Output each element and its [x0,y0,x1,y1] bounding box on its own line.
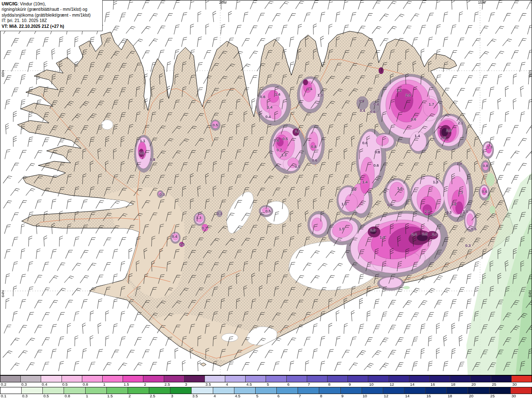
scale-label: 12 [389,382,394,387]
scale-label: 0.8 [82,382,88,387]
scale-cell [409,376,430,382]
model-name: UWC/IG [2,2,17,6]
scale-label: 0.2 [0,382,6,387]
scale-label: 3.5 [192,394,198,398]
scale-cell [107,387,128,394]
scale-label: 30 [512,382,517,387]
scale-cell [341,387,362,394]
title-rest: : Vindur (10m), [17,2,46,6]
valid-time-line: VT: Mið. 22.10.2025 21Z (+27 h) [2,24,100,29]
scale-label: 0.8 [64,394,70,398]
scale-label: 20 [468,394,473,398]
scale-cell [164,376,185,382]
scale-label: 2.5 [164,382,170,387]
scale-label: 9 [340,394,343,398]
scale-cell [128,387,149,394]
scale-label: 4 [213,394,216,398]
scale-label: 5 [266,382,269,387]
scale-label: 14 [409,382,415,387]
scale-label: 4.5 [246,382,252,387]
scale-label: 0.3 [21,394,27,398]
vt-value: Mið. 22.10.2025 21Z (+27 h) [9,24,64,29]
scale-label: 8 [319,394,322,398]
weather-map-canvas: 0.61.41.40.41.41.31.22.01.70.40.40.40.60… [0,0,532,375]
scale-cell [266,376,286,382]
scale-cell [404,387,426,394]
scale-label: 16 [426,394,431,398]
scale-label: 10 [368,382,374,387]
scale-cell [21,376,41,382]
scale-row-slydda-snjokoma: 0.20.30.40.50.811.522.533.544.5567891012… [0,375,532,387]
scale-label: 1.5 [106,394,113,398]
scale-label: 4.5 [234,394,240,398]
scale-label: 0.3 [20,382,27,387]
scale-labels: 0.10.30.50.811.522.533.544.5567891012141… [0,394,532,399]
scale-label: 16 [430,382,435,387]
vt-label: VT: [2,24,8,29]
scale-cell [192,387,213,394]
scale-cell [86,387,107,394]
scale-cell [234,387,256,394]
latitude-label: 64N [1,290,5,297]
scale-label: 12 [383,394,389,398]
latitude-label: 66N [528,70,532,77]
scale-cell [22,387,43,394]
scale-cell [82,376,103,382]
scale-cell [511,387,532,394]
scale-cell [430,376,450,382]
scale-label: 4 [225,382,228,387]
scale-label: 3.5 [204,382,211,387]
scale-label: 2 [128,394,131,398]
longitude-label: 15W [478,0,486,5]
scale-cell [103,376,123,382]
scale-cell [205,376,225,382]
scale-label: 1 [85,394,88,398]
scale-cell [348,376,368,382]
scale-cell [62,376,82,382]
title-line-3: slydda/snjókoma (grátt/bleikt/grænt - mm… [2,12,100,18]
scale-cell [490,387,511,394]
scale-label: 30 [511,394,516,398]
scale-bar [0,375,532,382]
scale-label: 18 [450,382,456,387]
scale-bar [0,387,532,394]
scale-label: 0.1 [0,394,6,398]
scale-label: 1 [102,382,105,387]
scale-cell [426,387,447,394]
scale-cell [64,387,85,394]
scale-cell [389,376,409,382]
scale-label: 2.5 [149,394,155,398]
scale-label: 14 [404,394,410,398]
scale-cell [43,387,64,394]
scale-cell [170,387,192,394]
scale-label: 7 [307,382,310,387]
scale-label: 0.4 [41,382,47,387]
longitude-label: 20W [219,0,227,5]
scale-label: 20 [470,382,476,387]
scale-label: 25 [491,382,497,387]
scale-label: 3 [184,382,187,387]
map-svg [0,0,532,375]
color-scales: 0.20.30.40.50.811.522.533.544.5567891012… [0,375,532,399]
scale-cell [447,387,468,394]
it-label: IT: [2,18,6,23]
scale-cell [41,376,62,382]
scale-label: 7 [298,394,301,398]
scale-cell [491,376,512,382]
scale-cell [450,376,470,382]
latitude-label: 66N [1,70,5,77]
scale-cell [307,376,328,382]
scale-cell [0,387,22,394]
forecast-title-box: UWC/IG: Vindur (10m), rigning/skúrir (gr… [0,0,103,31]
scale-label: 25 [490,394,495,398]
scale-cell [328,376,348,382]
scale-label: 6 [277,394,280,398]
scale-label: 2 [143,382,146,387]
scale-cell [185,376,205,382]
scale-cell [143,376,164,382]
scale-cell [287,376,307,382]
scale-cell [149,387,170,394]
scale-label: 1.5 [123,382,129,387]
scale-cell [0,376,21,382]
scale-label: 8 [328,382,330,387]
